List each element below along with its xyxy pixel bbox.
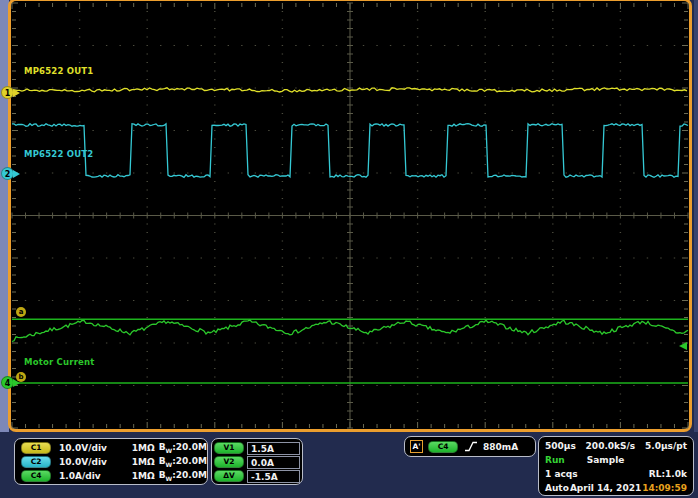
rising-edge-icon — [464, 441, 478, 452]
trigger-level-value: 880mA — [483, 442, 518, 452]
c1-impedance: 1MΩ — [128, 443, 155, 453]
trigger-level-arrow-icon[interactable] — [679, 342, 687, 350]
v2-badge[interactable]: V2 — [214, 456, 244, 468]
ch1-position-marker[interactable]: 1 — [0, 86, 22, 99]
readout-panel: C1 10.0V/div 1MΩ BW:20.0M C2 10.0V/div 1… — [0, 432, 698, 498]
acq-count: 1 acqs — [545, 469, 578, 479]
c2-impedance: 1MΩ — [128, 457, 155, 467]
acq-state: Run — [545, 455, 565, 465]
clock-display: 14:09:59 — [642, 483, 687, 493]
c4-impedance: 1MΩ — [128, 471, 155, 481]
trigger-source-badge[interactable]: C4 — [428, 441, 458, 453]
ch2-marker-arrow-icon — [13, 170, 20, 178]
c2-badge[interactable]: C2 — [21, 456, 51, 468]
cursor-row-v1: V1 1.5A — [214, 441, 300, 455]
date-display: April 14, 2021 — [569, 483, 642, 493]
cursor-a-handle[interactable]: a — [16, 307, 26, 317]
oscilloscope-screen: { "scope": { "wave_labels": { "ch1": "MP… — [0, 0, 698, 498]
waveform-canvas — [0, 0, 698, 434]
resolution-value: 5.0μs/pt — [645, 441, 687, 451]
c1-scale: 10.0V/div — [59, 443, 128, 453]
channel-row-c1[interactable]: C1 10.0V/div 1MΩ BW:20.0M — [21, 441, 207, 455]
cursor-b-handle[interactable]: b — [16, 372, 26, 382]
trigger-event-icon: A' — [410, 440, 423, 453]
channel-row-c2[interactable]: C2 10.0V/div 1MΩ BW:20.0M — [21, 455, 207, 469]
c4-scale: 1.0A/div — [59, 471, 128, 481]
sample-rate-value: 200.0kS/s — [576, 441, 645, 451]
c2-bandwidth: BW:20.0M — [159, 456, 207, 468]
ch1-marker-arrow-icon — [13, 89, 20, 97]
ch1-wave-label: MP6522 OUT1 — [24, 66, 93, 76]
horizontal-acq-box: 500μs 200.0kS/s 5.0μs/pt Run Sample 1 ac… — [538, 436, 694, 496]
v2-value: 0.0A — [247, 456, 300, 469]
v1-badge[interactable]: V1 — [214, 442, 244, 454]
cursor-readout-box: V1 1.5A V2 0.0A ΔV -1.5A — [211, 438, 303, 485]
c4-badge[interactable]: C4 — [21, 470, 51, 482]
v1-value: 1.5A — [247, 442, 300, 455]
timebase-value: 500μs — [545, 441, 576, 451]
acq-mode: Sample — [565, 455, 687, 465]
trigger-readout-box[interactable]: A' C4 880mA — [404, 436, 536, 457]
trigger-mode: Auto — [545, 483, 569, 493]
channel-row-c4[interactable]: C4 1.0A/div 1MΩ BW:20.0M — [21, 469, 207, 483]
c4-bandwidth: BW:20.0M — [159, 470, 207, 482]
ch2-position-marker[interactable]: 2 — [0, 167, 22, 180]
cursor-row-delta: ΔV -1.5A — [214, 469, 300, 483]
cursor-row-v2: V2 0.0A — [214, 455, 300, 469]
c2-scale: 10.0V/div — [59, 457, 128, 467]
delta-v-badge[interactable]: ΔV — [214, 470, 244, 482]
ch2-wave-label: MP6522 OUT2 — [24, 149, 93, 159]
channel-settings-box: C1 10.0V/div 1MΩ BW:20.0M C2 10.0V/div 1… — [14, 438, 208, 485]
c1-bandwidth: BW:20.0M — [159, 442, 207, 454]
delta-v-value: -1.5A — [247, 470, 300, 483]
record-length: RL:1.0k — [649, 469, 687, 479]
c1-badge[interactable]: C1 — [21, 442, 51, 454]
ch4-wave-label: Motor Current — [24, 357, 95, 367]
